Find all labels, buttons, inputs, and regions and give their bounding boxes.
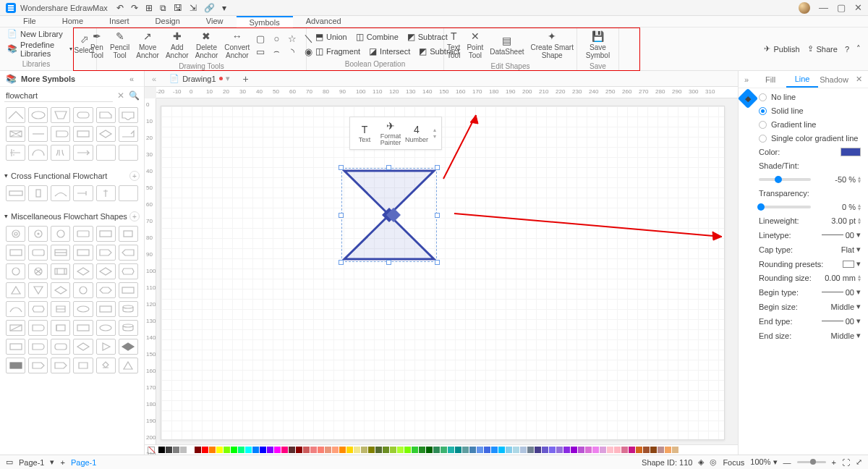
color-swatch[interactable] xyxy=(448,447,454,453)
focus-icon[interactable]: ◎ xyxy=(710,457,717,467)
color-swatch[interactable] xyxy=(658,447,664,453)
color-swatch[interactable] xyxy=(173,447,179,453)
color-swatch[interactable] xyxy=(614,447,621,453)
radio-gradient-line[interactable]: Gradient line xyxy=(759,120,861,129)
shape-props-icon[interactable]: ◆ xyxy=(738,88,758,109)
duplicate-icon[interactable]: ⧉ xyxy=(160,3,166,13)
redo-icon[interactable]: ↷ xyxy=(131,3,138,13)
rect-icon[interactable]: ▢ xyxy=(253,33,268,44)
fragment-button[interactable]: ◫Fragment xyxy=(311,45,365,58)
color-swatch[interactable] xyxy=(310,447,317,453)
tab-fill[interactable]: Fill xyxy=(754,72,786,87)
color-swatch[interactable] xyxy=(383,447,389,453)
color-swatch[interactable] xyxy=(260,447,266,453)
color-swatch[interactable] xyxy=(556,447,563,453)
export-icon[interactable]: ⇲ xyxy=(190,3,197,13)
selected-shape[interactable] xyxy=(341,168,437,262)
list-item[interactable] xyxy=(96,358,116,373)
color-swatch[interactable] xyxy=(209,447,216,453)
list-item[interactable] xyxy=(28,226,48,242)
color-swatch[interactable] xyxy=(375,447,382,453)
color-swatch[interactable] xyxy=(231,447,237,453)
color-swatch[interactable] xyxy=(650,447,657,453)
color-swatch[interactable] xyxy=(513,447,519,453)
add-page-icon[interactable]: + xyxy=(60,458,64,467)
menu-insert[interactable]: Insert xyxy=(96,16,142,28)
zoom-in-icon[interactable]: + xyxy=(832,458,836,467)
list-item[interactable] xyxy=(51,301,70,317)
move-anchor-tool[interactable]: ↗Move Anchor xyxy=(133,29,162,61)
menu-home[interactable]: Home xyxy=(49,16,96,28)
collapse-ribbon-icon[interactable]: ˄ xyxy=(856,44,861,54)
user-avatar[interactable] xyxy=(799,2,810,14)
publish-button[interactable]: ✈Publish xyxy=(764,44,799,54)
end-size-dropdown[interactable]: Middle ▾ xyxy=(831,331,861,340)
color-swatch[interactable] xyxy=(455,447,461,453)
add-section-icon[interactable]: + xyxy=(129,171,140,181)
list-item[interactable] xyxy=(73,226,93,242)
list-item[interactable] xyxy=(51,245,70,261)
list-item[interactable] xyxy=(96,320,116,336)
canvas-page[interactable]: TText ✈Format Painter 4Number ▴▾ xyxy=(161,106,725,440)
list-item[interactable] xyxy=(73,145,93,161)
drawing-tab[interactable]: 📄Drawing1▾ xyxy=(163,72,235,85)
list-item[interactable] xyxy=(6,358,25,373)
list-item[interactable] xyxy=(73,301,93,317)
color-swatch[interactable] xyxy=(549,447,556,453)
list-item[interactable] xyxy=(73,358,93,373)
color-swatch[interactable] xyxy=(462,447,469,453)
color-swatch[interactable] xyxy=(665,447,671,453)
list-item[interactable] xyxy=(6,126,25,142)
color-swatch[interactable] xyxy=(491,447,498,453)
color-swatch[interactable] xyxy=(332,447,339,453)
list-item[interactable] xyxy=(96,226,116,242)
list-item[interactable] xyxy=(96,263,116,279)
color-swatch[interactable] xyxy=(202,447,208,453)
list-item[interactable] xyxy=(51,185,70,201)
page-name[interactable]: Page-1 xyxy=(19,458,44,467)
color-swatch[interactable] xyxy=(542,447,548,453)
undo-icon[interactable]: ↶ xyxy=(116,3,124,13)
list-item[interactable] xyxy=(96,282,116,298)
list-item[interactable] xyxy=(28,126,48,142)
more-symbols-header[interactable]: More Symbols« xyxy=(0,71,144,87)
color-swatch[interactable] xyxy=(195,447,201,453)
nocolor-icon[interactable] xyxy=(148,447,155,454)
zoom-slider[interactable] xyxy=(797,461,826,463)
pencil-tool[interactable]: ✎Pencil Tool xyxy=(107,29,132,61)
list-item[interactable] xyxy=(96,107,116,123)
color-swatch[interactable] xyxy=(484,447,490,453)
list-item[interactable] xyxy=(28,339,48,355)
color-swatch[interactable] xyxy=(296,447,302,453)
color-swatch[interactable] xyxy=(158,447,165,453)
rounded-rect-icon[interactable]: ▭ xyxy=(253,46,268,57)
close-icon[interactable]: ✕ xyxy=(854,2,862,13)
color-swatch[interactable] xyxy=(412,447,418,453)
circle-icon[interactable]: ○ xyxy=(269,33,284,44)
color-swatch[interactable] xyxy=(477,447,483,453)
page-tab[interactable]: Page-1 xyxy=(71,458,96,467)
linetype-dropdown[interactable]: 00 ▾ xyxy=(822,230,861,240)
color-swatch[interactable] xyxy=(672,447,678,453)
list-item[interactable] xyxy=(6,282,25,298)
color-swatch[interactable] xyxy=(506,447,512,453)
fullscreen-icon[interactable]: ⤢ xyxy=(856,457,862,467)
list-item[interactable] xyxy=(28,263,48,279)
smart-shape-button[interactable]: ✦Create Smart Shape xyxy=(527,29,576,61)
cross-functional-header[interactable]: Cross Functional Flowchart+ xyxy=(4,168,140,184)
new-library-button[interactable]: 📄New Library xyxy=(0,28,72,41)
page-dropdown-icon[interactable]: ▾ xyxy=(50,457,54,467)
list-item[interactable] xyxy=(119,320,138,336)
color-swatch[interactable] xyxy=(607,447,613,453)
add-tab-icon[interactable]: + xyxy=(239,73,253,85)
list-item[interactable] xyxy=(96,339,116,355)
list-item[interactable] xyxy=(51,358,70,373)
list-item[interactable] xyxy=(6,301,25,317)
union-button[interactable]: ⬒Union xyxy=(311,30,352,43)
list-item[interactable] xyxy=(96,245,116,261)
list-item[interactable] xyxy=(119,358,138,373)
color-swatch[interactable] xyxy=(281,447,288,453)
color-swatch[interactable] xyxy=(289,447,295,453)
delete-anchor-tool[interactable]: ✖Delete Anchor xyxy=(192,29,221,61)
rounding-presets-dropdown[interactable]: ▾ xyxy=(843,259,861,269)
